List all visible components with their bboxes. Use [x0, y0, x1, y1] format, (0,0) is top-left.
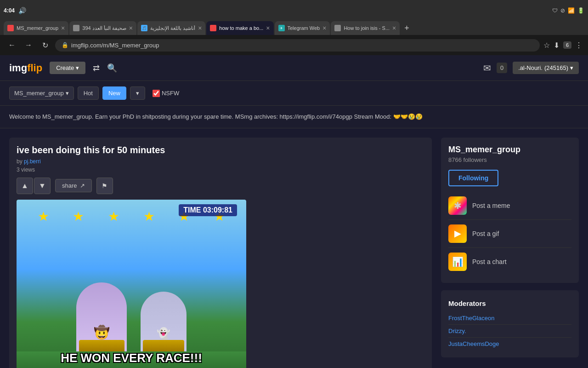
back-button[interactable]: ← [6, 39, 18, 52]
action-post-gif[interactable]: ▶ Post a gif [448, 220, 571, 248]
mod-item-1[interactable]: Drizzy. [448, 325, 571, 338]
tab-favicon-3: 🎵 [141, 25, 147, 31]
logo[interactable]: imgflip [9, 62, 42, 74]
podium-base-left [79, 340, 124, 351]
tab-title-1: MS_memer_group [17, 25, 58, 31]
post-title: ive been doing this for 50 minutes [17, 145, 424, 155]
tab-close-1[interactable]: × [61, 24, 65, 32]
meme-icon: ✱ [448, 196, 467, 215]
stream-info: MS_memer_group 8766 followers [448, 145, 520, 163]
menu-icon[interactable]: ⋮ [575, 41, 582, 50]
download-icon[interactable]: ⬇ [554, 41, 560, 50]
nsfw-label[interactable]: NSFW [153, 90, 179, 97]
system-bar: 4:04 🔊 🛡 ⊘ 📶 🔋 [0, 0, 588, 18]
main-content: ive been doing this for 50 minutes by pj… [0, 128, 588, 368]
post-image: ★ ★ ★ ★ ★ ★ TIME 03:09:81 [17, 200, 246, 368]
meme-icon-glyph: ✱ [454, 200, 462, 211]
filter-new-button[interactable]: New [102, 86, 126, 100]
stream-bar: MS_memer_group ▾ Hot New ▾ NSFW [0, 81, 588, 106]
action-post-chart[interactable]: 📊 Post a chart [448, 248, 571, 276]
sidebar-stream-name: MS_memer_group [448, 145, 520, 155]
tab-close-5[interactable]: × [322, 24, 326, 32]
new-tab-button[interactable]: + [401, 22, 413, 35]
user-chevron-icon: ▾ [570, 64, 573, 71]
user-menu-button[interactable]: .al-Nouri. (245165) ▾ [513, 62, 579, 74]
star-1: ★ [38, 209, 49, 224]
tab-close-6[interactable]: × [392, 24, 396, 32]
logo-colored: flip [27, 62, 42, 74]
tab-close-4[interactable]: × [266, 24, 270, 32]
flag-button[interactable]: ⚑ [96, 178, 113, 194]
tab-arabic-news[interactable]: صحيفة النبأ العدد 394 × [69, 21, 136, 35]
create-chevron-icon: ▾ [76, 64, 79, 71]
flag-icon: ⚑ [102, 182, 107, 190]
tab-ms-memer-group[interactable]: MS_memer_group × [4, 21, 68, 35]
tab-how-to-make[interactable]: how to make a bo... × [206, 21, 273, 35]
share-label: share [62, 182, 77, 189]
shuffle-button[interactable]: ⇄ [93, 63, 100, 73]
tab-telegram[interactable]: ✈ Telegram Web × [275, 21, 330, 35]
podium-base-right [143, 340, 184, 351]
star-3: ★ [108, 209, 119, 224]
points-badge: 0 [497, 63, 507, 73]
post-image-container: ★ ★ ★ ★ ★ ★ TIME 03:09:81 [17, 200, 246, 368]
mail-icon[interactable]: ✉ [483, 63, 491, 74]
tab-how-to-join[interactable]: How to join isis - S... × [331, 21, 400, 35]
reload-button[interactable]: ↻ [39, 39, 51, 52]
share-button[interactable]: share ↗ [55, 179, 92, 192]
stream-info-panel: MS_memer_group 8766 followers Following … [441, 138, 579, 283]
action-chart-label: Post a chart [472, 258, 507, 265]
signal-icon: 📶 [568, 7, 575, 14]
address-actions: ☆ ⬇ 6 ⋮ [543, 41, 582, 50]
search-button[interactable]: 🔍 [107, 63, 117, 73]
post-author-line: by pj.berri [17, 158, 424, 165]
nsfw-text: NSFW [162, 90, 179, 97]
moderators-title: Moderators [448, 299, 571, 307]
tab-title-2: صحيفة النبأ العدد 394 [82, 25, 126, 31]
tab-favicon-1 [7, 25, 14, 31]
vote-group: ▲ ▼ [17, 178, 51, 194]
welcome-text: Welcome to MS_memer_group. Earn your PhD… [9, 113, 423, 120]
action-meme-label: Post a meme [472, 202, 510, 209]
share-icon: ↗ [80, 182, 85, 189]
upvote-button[interactable]: ▲ [17, 178, 33, 194]
moderators-section: Moderators FrostTheGlaceon Drizzy. Justa… [448, 299, 571, 350]
chart-icon-glyph: 📊 [452, 256, 464, 267]
arch-left: 🤠 [76, 282, 127, 351]
site-header: imgflip Create ▾ ⇄ 🔍 ✉ 0 .al-Nouri. (245… [0, 55, 588, 81]
filter-hot-label: Hot [84, 90, 93, 97]
filter-hot-button[interactable]: Hot [78, 86, 99, 100]
post-author-link[interactable]: pj.berri [24, 158, 41, 165]
post-views: 3 views [17, 167, 424, 173]
lock-icon: 🔒 [62, 42, 68, 48]
mod-item-0[interactable]: FrostTheGlaceon [448, 312, 571, 325]
nsfw-checkbox[interactable] [153, 90, 160, 97]
meme-text: HE WON EVERY RACE!!! [17, 351, 246, 365]
tab-close-2[interactable]: × [129, 24, 133, 32]
url-bar[interactable]: 🔒 imgflip.com/m/MS_memer_group [55, 39, 540, 52]
url-text: imgflip.com/m/MS_memer_group [71, 42, 159, 49]
speaker-icon: 🔊 [18, 7, 26, 14]
bookmark-icon[interactable]: ☆ [543, 41, 550, 50]
extensions-badge[interactable]: 6 [563, 41, 571, 49]
character-right: 👻 [157, 327, 170, 340]
timer-box: TIME 03:09:81 [179, 204, 237, 216]
create-button[interactable]: Create ▾ [50, 62, 85, 74]
mod-item-2[interactable]: JustaCheemsDoge [448, 338, 571, 350]
action-post-meme[interactable]: ✱ Post a meme [448, 192, 571, 220]
tab-arabic-songs[interactable]: 🎵 أناشيد باللغة الإنجليزية × [137, 21, 205, 35]
tab-title-6: How to join isis - S... [344, 25, 390, 31]
downvote-button[interactable]: ▼ [34, 178, 51, 194]
forward-button[interactable]: → [22, 39, 35, 52]
following-button[interactable]: Following [448, 170, 498, 186]
vpn-icon: 🛡 [552, 7, 558, 14]
stream-select[interactable]: MS_memer_group ▾ [9, 86, 74, 100]
system-time: 4:04 [4, 7, 15, 14]
tab-favicon-5: ✈ [278, 25, 285, 31]
filter-dropdown-button[interactable]: ▾ [130, 86, 145, 100]
user-points: (245165) [544, 64, 568, 71]
followers-count: 8766 followers [448, 156, 520, 163]
tab-favicon-4 [210, 25, 216, 31]
system-icons: 🛡 ⊘ 📶 🔋 [552, 7, 584, 14]
tab-close-3[interactable]: × [198, 24, 202, 32]
